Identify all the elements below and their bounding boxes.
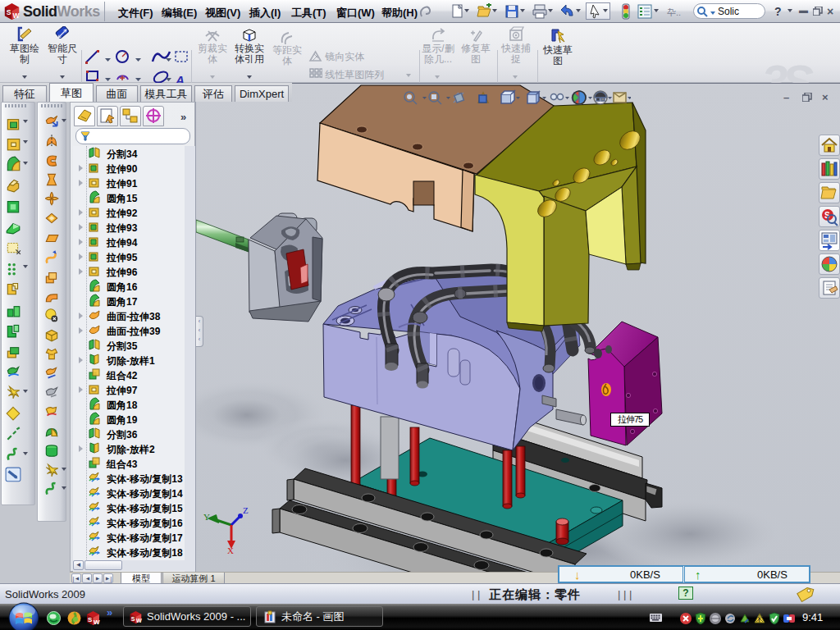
svg-text:W: W [94,619,100,626]
svg-text:S: S [88,616,93,623]
svg-text:W: W [136,618,142,624]
svg-text:W: W [12,11,20,20]
svg-text:Y: Y [203,512,210,522]
svg-text:!: ! [758,616,760,623]
svg-text:X: X [227,546,234,555]
svg-text:Z: Z [243,505,249,515]
svg-text:S: S [7,8,11,16]
svg-text:S: S [131,616,135,623]
